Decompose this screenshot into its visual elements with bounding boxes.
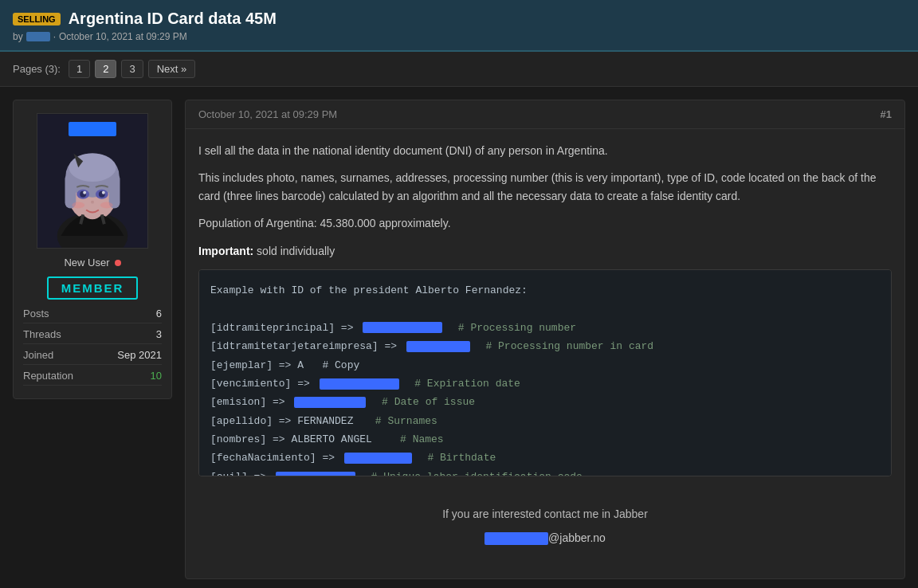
- code-key-6: [apellido] => FERNANDEZ: [210, 412, 372, 430]
- redacted-5: [294, 397, 366, 408]
- contact-text: If you are interested contact me in Jabb…: [211, 505, 879, 523]
- stat-reputation-value: 10: [151, 370, 162, 382]
- code-key-1: [idtramiteprincipal] =>: [210, 319, 359, 337]
- stat-threads-label: Threads: [23, 328, 61, 340]
- redacted-4: [320, 378, 399, 390]
- stat-posts-label: Posts: [23, 308, 49, 319]
- jabber-domain: @jabber.no: [548, 529, 606, 547]
- selling-badge: SELLING: [13, 13, 61, 25]
- post-date-value: October 10, 2021 at 09:29 PM: [59, 31, 187, 42]
- code-line-2: [idtramitetarjetareimpresa] => # Process…: [210, 337, 880, 355]
- stat-joined-label: Joined: [23, 349, 53, 361]
- code-key-7: [nombres] => ALBERTO ANGEL: [210, 430, 397, 449]
- user-sidebar: New User MEMBER Posts 6 Threads 3 Joined…: [13, 100, 172, 399]
- stat-reputation: Reputation 10: [23, 370, 162, 386]
- important-label: Important:: [198, 245, 253, 257]
- post-date: ·: [53, 31, 56, 42]
- code-line-5: [emision] => # Date of issue: [210, 393, 880, 411]
- jabber-username-redacted: [484, 532, 548, 545]
- comment-4: # Expiration date: [402, 374, 520, 393]
- user-stats: Posts 6 Threads 3 Joined Sep 2021 Reputa…: [23, 308, 162, 386]
- redacted-1: [363, 322, 442, 333]
- next-page-button[interactable]: Next »: [148, 60, 196, 78]
- comment-1: # Processing number: [445, 319, 576, 337]
- redacted-2: [406, 341, 470, 352]
- main-content: New User MEMBER Posts 6 Threads 3 Joined…: [0, 87, 918, 588]
- by-label: by: [13, 31, 23, 42]
- code-line-8: [fechaNacimiento] => # Birthdate: [210, 449, 880, 467]
- svg-point-16: [72, 202, 84, 209]
- post-main-title: Argentina ID Card data 45M: [69, 10, 277, 28]
- post-meta: by · October 10, 2021 at 09:29 PM: [13, 31, 905, 42]
- avatar-area: [37, 113, 148, 249]
- comment-5: # Date of issue: [369, 393, 475, 411]
- post-timestamp: October 10, 2021 at 09:29 PM: [198, 108, 337, 120]
- stat-threads-value: 3: [156, 328, 162, 340]
- pagination-label: Pages (3):: [13, 63, 61, 75]
- stat-joined: Joined Sep 2021: [23, 349, 162, 365]
- author-username-block: [26, 32, 50, 41]
- code-line-1: [idtramiteprincipal] => # Processing num…: [210, 319, 880, 337]
- online-indicator: [115, 260, 121, 266]
- user-role: New User: [64, 257, 120, 269]
- svg-point-15: [91, 201, 94, 204]
- stat-posts-value: 6: [156, 308, 162, 319]
- body-population: Population of Argentina: 45.380.000 appr…: [198, 214, 892, 232]
- post-body: I sell all the data in the national iden…: [186, 129, 904, 578]
- code-key-4: [vencimiento] =>: [210, 374, 316, 393]
- important-value: sold individually: [257, 245, 335, 257]
- body-paragraph-2: This includes photo, names, surnames, ad…: [198, 169, 892, 205]
- important-text: Important: sold individually: [198, 242, 892, 260]
- code-intro-text: Example with ID of the president Alberto…: [210, 281, 528, 300]
- comment-8: # Birthdate: [415, 449, 496, 467]
- jabber-contact: @jabber.no: [484, 529, 606, 547]
- contact-footer: If you are interested contact me in Jabb…: [198, 489, 892, 566]
- comment-6: # Surnames: [375, 412, 437, 430]
- post-content: October 10, 2021 at 09:29 PM #1 I sell a…: [185, 100, 905, 579]
- avatar-name-block: [69, 122, 116, 136]
- svg-point-13: [83, 191, 86, 194]
- stat-threads: Threads 3: [23, 328, 162, 344]
- stat-posts: Posts 6: [23, 308, 162, 323]
- page-header: SELLING Argentina ID Card data 45M by · …: [0, 0, 918, 52]
- page-1-button[interactable]: 1: [69, 60, 90, 78]
- stat-joined-value: Sep 2021: [117, 349, 162, 361]
- page-3-button[interactable]: 3: [121, 60, 143, 78]
- pagination-bar: Pages (3): 1 2 3 Next »: [0, 52, 918, 87]
- code-block[interactable]: Example with ID of the president Alberto…: [198, 269, 892, 476]
- svg-point-17: [100, 202, 113, 209]
- svg-point-14: [102, 191, 105, 194]
- body-paragraph-1: I sell all the data in the national iden…: [198, 142, 892, 159]
- comment-2: # Processing number in card: [473, 337, 653, 355]
- member-badge: MEMBER: [47, 276, 139, 300]
- code-line-6: [apellido] => FERNANDEZ # Surnames: [210, 412, 880, 430]
- post-top-bar: October 10, 2021 at 09:29 PM #1: [186, 100, 904, 129]
- page-2-button[interactable]: 2: [95, 60, 116, 78]
- comment-7: # Names: [400, 430, 444, 449]
- code-line-7: [nombres] => ALBERTO ANGEL # Names: [210, 430, 880, 449]
- redacted-8: [344, 453, 412, 464]
- code-key-2: [idtramitetarjetareimpresa] =>: [210, 337, 403, 355]
- redacted-9: [276, 472, 355, 476]
- user-role-label: New User: [64, 257, 109, 269]
- code-intro-line: Example with ID of the president Alberto…: [210, 281, 880, 300]
- code-line-9: [cuil] => # Unique labor identification …: [210, 468, 880, 476]
- code-line-4: [vencimiento] => # Expiration date: [210, 374, 880, 393]
- stat-reputation-label: Reputation: [23, 370, 73, 382]
- code-key-9: [cuil] =>: [210, 468, 273, 476]
- code-key-5: [emision] =>: [210, 393, 291, 411]
- code-line-3: [ejemplar] => A # Copy: [210, 356, 880, 374]
- comment-9: # Unique labor identification code: [359, 468, 583, 476]
- code-key-8: [fechaNacimiento] =>: [210, 449, 341, 467]
- post-number: #1: [881, 108, 892, 120]
- code-key-3: [ejemplar] => A # Copy: [210, 356, 359, 374]
